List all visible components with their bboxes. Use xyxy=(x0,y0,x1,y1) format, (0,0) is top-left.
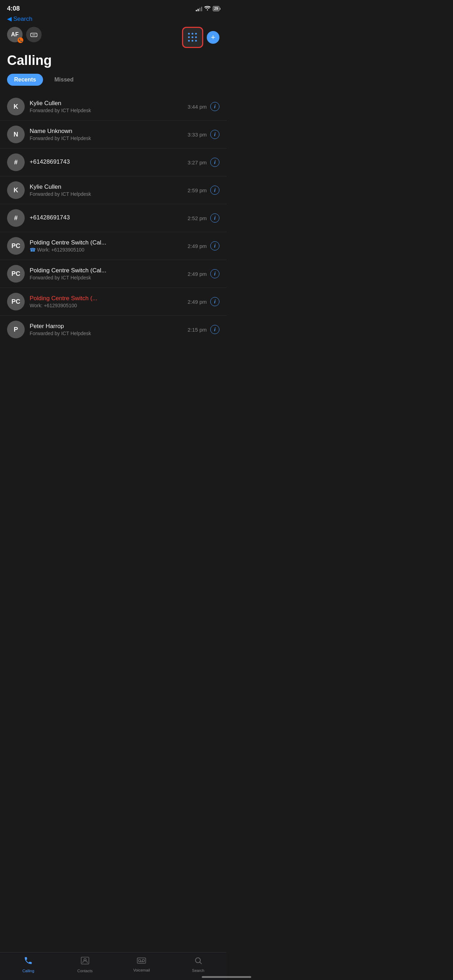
info-button[interactable]: i xyxy=(210,158,219,167)
tab-recents[interactable]: Recents xyxy=(7,74,43,86)
call-sub: Forwarded by ICT Helpdesk xyxy=(30,331,183,336)
call-sub: Forwarded by ICT Helpdesk xyxy=(30,135,183,141)
tabs: Recents Missed xyxy=(0,74,227,93)
call-info: Kylie Cullen Forwarded by ICT Helpdesk xyxy=(30,100,183,113)
call-info: Polding Centre Switch (... Work: +612939… xyxy=(30,295,183,308)
header: AF 📞 xyxy=(0,25,227,51)
call-name: Polding Centre Switch (... xyxy=(30,295,183,302)
call-time: 2:49 pm xyxy=(188,299,207,305)
call-time-info: 2:15 pm i xyxy=(188,325,219,334)
avatar[interactable]: AF 📞 xyxy=(7,27,22,42)
call-time: 2:49 pm xyxy=(188,243,207,249)
call-time: 3:33 pm xyxy=(188,132,207,138)
call-name: Polding Centre Switch (Cal... xyxy=(30,267,183,274)
call-time-info: 2:49 pm i xyxy=(188,269,219,278)
call-info: +61428691743 xyxy=(30,214,183,222)
call-info: Name Unknown Forwarded by ICT Helpdesk xyxy=(30,128,183,141)
wifi-icon xyxy=(204,6,211,12)
tab-missed[interactable]: Missed xyxy=(47,74,80,86)
keypad-dots-icon xyxy=(188,33,197,42)
avatar: # xyxy=(7,153,25,171)
signal-icon xyxy=(196,6,202,11)
call-item[interactable]: K Kylie Cullen Forwarded by ICT Helpdesk… xyxy=(0,177,227,204)
call-info: Polding Centre Switch (Cal... ☎ Work: +6… xyxy=(30,239,183,253)
battery-icon: 29 xyxy=(213,6,219,11)
call-time: 2:15 pm xyxy=(188,327,207,332)
call-sub: Forwarded by ICT Helpdesk xyxy=(30,108,183,113)
avatar: K xyxy=(7,98,25,115)
info-button[interactable]: i xyxy=(210,102,219,111)
call-time: 2:59 pm xyxy=(188,187,207,193)
status-icons: 29 xyxy=(196,6,219,12)
call-item[interactable]: P Peter Harrop Forwarded by ICT Helpdesk… xyxy=(0,316,227,343)
call-time: 2:49 pm xyxy=(188,271,207,277)
call-item[interactable]: PC Polding Centre Switch (Cal... ☎ Work:… xyxy=(0,232,227,260)
wifi-button[interactable] xyxy=(26,27,41,42)
keypad-button[interactable] xyxy=(182,27,203,48)
avatar: PC xyxy=(7,237,25,255)
avatar: K xyxy=(7,181,25,199)
info-button[interactable]: i xyxy=(210,213,219,223)
call-item[interactable]: PC Polding Centre Switch (... Work: +612… xyxy=(0,288,227,316)
info-button[interactable]: i xyxy=(210,269,219,278)
call-name: Polding Centre Switch (Cal... xyxy=(30,239,183,246)
call-time-info: 2:49 pm i xyxy=(188,241,219,250)
call-time: 3:27 pm xyxy=(188,159,207,165)
call-name: Name Unknown xyxy=(30,128,183,135)
header-left-icons: AF 📞 xyxy=(7,27,41,42)
call-sub: Work: +61293905100 xyxy=(30,303,183,308)
call-time-info: 2:52 pm i xyxy=(188,213,219,223)
info-button[interactable]: i xyxy=(210,325,219,334)
call-time-info: 3:44 pm i xyxy=(188,102,219,111)
call-time-info: 3:27 pm i xyxy=(188,158,219,167)
avatar: P xyxy=(7,321,25,338)
call-sub: Forwarded by ICT Helpdesk xyxy=(30,275,183,280)
call-time: 3:44 pm xyxy=(188,104,207,110)
info-button[interactable]: i xyxy=(210,241,219,250)
avatar: PC xyxy=(7,293,25,310)
search-back[interactable]: ◀ Search xyxy=(0,14,227,25)
page-title: Calling xyxy=(0,51,227,74)
info-button[interactable]: i xyxy=(210,297,219,306)
call-info: Peter Harrop Forwarded by ICT Helpdesk xyxy=(30,323,183,336)
call-item[interactable]: # +61428691743 2:52 pm i xyxy=(0,204,227,232)
avatar: # xyxy=(7,209,25,227)
status-bar: 4:08 29 xyxy=(0,0,227,14)
call-time-info: 3:33 pm i xyxy=(188,130,219,139)
avatar: N xyxy=(7,126,25,143)
call-item[interactable]: N Name Unknown Forwarded by ICT Helpdesk… xyxy=(0,121,227,148)
call-time: 2:52 pm xyxy=(188,215,207,221)
status-time: 4:08 xyxy=(7,5,20,12)
call-name: Kylie Cullen xyxy=(30,183,183,191)
call-name: +61428691743 xyxy=(30,214,183,221)
call-name: Kylie Cullen xyxy=(30,100,183,107)
add-button[interactable]: + xyxy=(207,31,219,44)
info-button[interactable]: i xyxy=(210,130,219,139)
header-right-icons: + xyxy=(182,27,219,48)
call-info: +61428691743 xyxy=(30,158,183,166)
call-item[interactable]: PC Polding Centre Switch (Cal... Forward… xyxy=(0,260,227,288)
call-time-info: 2:59 pm i xyxy=(188,186,219,195)
info-button[interactable]: i xyxy=(210,186,219,195)
call-list: K Kylie Cullen Forwarded by ICT Helpdesk… xyxy=(0,93,227,343)
call-name: Peter Harrop xyxy=(30,323,183,330)
call-name: +61428691743 xyxy=(30,158,183,165)
call-info: Kylie Cullen Forwarded by ICT Helpdesk xyxy=(30,183,183,197)
avatar: PC xyxy=(7,265,25,283)
call-time-info: 2:49 pm i xyxy=(188,297,219,306)
call-sub: ☎ Work: +61293905100 xyxy=(30,247,183,253)
call-item[interactable]: # +61428691743 3:27 pm i xyxy=(0,148,227,177)
call-badge: 📞 xyxy=(17,37,23,43)
call-item[interactable]: K Kylie Cullen Forwarded by ICT Helpdesk… xyxy=(0,93,227,121)
call-info: Polding Centre Switch (Cal... Forwarded … xyxy=(30,267,183,280)
call-sub: Forwarded by ICT Helpdesk xyxy=(30,191,183,197)
